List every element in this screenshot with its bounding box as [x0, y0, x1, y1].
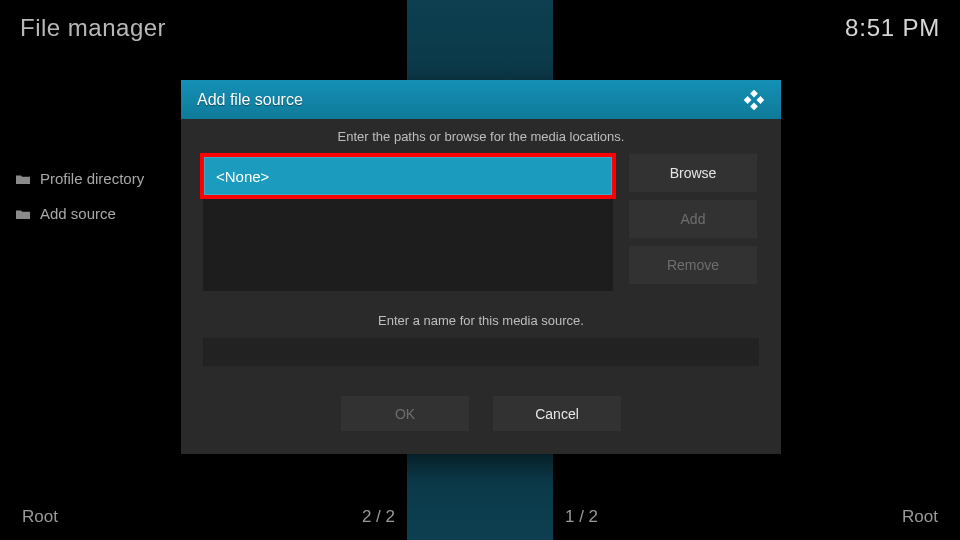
folder-icon — [16, 209, 30, 219]
footer-counter-left: 2 / 2 — [362, 507, 395, 527]
sidebar-item-profile-directory[interactable]: Profile directory — [16, 170, 144, 187]
browse-button[interactable]: Browse — [629, 154, 757, 192]
cancel-button[interactable]: Cancel — [493, 396, 621, 431]
paths-area: <None> Browse Add Remove — [203, 156, 759, 291]
dialog-actions: OK Cancel — [203, 396, 759, 431]
left-sidebar: Profile directory Add source — [16, 170, 144, 222]
kodi-logo-icon — [743, 89, 765, 111]
footer-center: 2 / 2 1 / 2 — [362, 507, 598, 527]
source-name-input[interactable] — [203, 338, 759, 366]
clock: 8:51 PM — [845, 14, 940, 42]
ok-button[interactable]: OK — [341, 396, 469, 431]
sidebar-item-label: Profile directory — [40, 170, 144, 187]
folder-icon — [16, 174, 30, 184]
footer-bar: Root 2 / 2 1 / 2 Root — [0, 502, 960, 532]
remove-button[interactable]: Remove — [629, 246, 757, 284]
add-button[interactable]: Add — [629, 200, 757, 238]
paths-list: <None> — [203, 156, 613, 291]
footer-right-root: Root — [902, 507, 938, 527]
paths-instruction-label: Enter the paths or browse for the media … — [203, 129, 759, 144]
path-entry-none[interactable]: <None> — [203, 156, 613, 196]
sidebar-item-add-source[interactable]: Add source — [16, 205, 144, 222]
dialog-titlebar: Add file source — [181, 80, 781, 119]
sidebar-item-label: Add source — [40, 205, 116, 222]
path-buttons-column: Browse Add Remove — [629, 154, 757, 284]
footer-counter-right: 1 / 2 — [565, 507, 598, 527]
add-file-source-dialog: Add file source Enter the paths or brows… — [181, 80, 781, 454]
top-header: File manager 8:51 PM — [0, 8, 960, 48]
path-entry-label: <None> — [216, 168, 269, 185]
svg-rect-1 — [744, 96, 752, 104]
page-title: File manager — [20, 14, 166, 42]
svg-rect-2 — [757, 96, 765, 104]
dialog-title: Add file source — [197, 91, 303, 109]
name-instruction-label: Enter a name for this media source. — [203, 313, 759, 328]
svg-rect-3 — [750, 102, 758, 110]
svg-rect-0 — [750, 89, 758, 97]
footer-left-root: Root — [22, 507, 58, 527]
dialog-body: Enter the paths or browse for the media … — [181, 119, 781, 447]
